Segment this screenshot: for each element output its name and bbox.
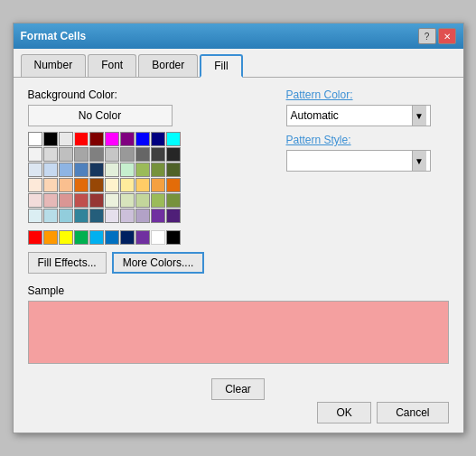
sample-section: Sample (28, 284, 449, 364)
color-cell[interactable] (28, 193, 42, 208)
color-cell[interactable] (120, 193, 135, 208)
color-cell[interactable] (166, 193, 181, 208)
color-cell[interactable] (120, 147, 135, 162)
color-cell[interactable] (151, 209, 165, 223)
color-cell[interactable] (151, 163, 165, 177)
color-cell[interactable] (43, 147, 58, 162)
color-cell[interactable] (135, 209, 150, 223)
color-cell[interactable] (43, 209, 58, 223)
pattern-style-label[interactable]: Pattern Style: (286, 134, 449, 146)
tab-fill[interactable]: Fill (200, 54, 242, 78)
dialog-title: Format Cells (21, 30, 87, 42)
color-cell[interactable] (74, 209, 89, 223)
color-cell[interactable] (43, 178, 58, 192)
color-cell[interactable] (89, 178, 104, 192)
color-cell[interactable] (59, 178, 73, 192)
color-cell[interactable] (89, 132, 104, 146)
pattern-color-dropdown[interactable]: Automatic ▼ (286, 105, 431, 126)
color-cell[interactable] (74, 132, 89, 146)
color-cell[interactable] (28, 163, 42, 177)
color-cell[interactable] (120, 230, 135, 245)
color-cell[interactable] (59, 209, 73, 223)
tab-border[interactable]: Border (138, 54, 198, 77)
help-button[interactable]: ? (418, 28, 436, 44)
color-cell[interactable] (89, 193, 104, 208)
color-cell[interactable] (74, 230, 89, 245)
color-cell[interactable] (43, 132, 58, 146)
color-cell[interactable] (120, 163, 135, 177)
color-cell[interactable] (74, 193, 89, 208)
color-cell[interactable] (135, 147, 150, 162)
color-cell[interactable] (43, 230, 58, 245)
color-cell[interactable] (28, 147, 42, 162)
tab-bar: Number Font Border Fill (14, 49, 463, 78)
color-row-5 (28, 193, 268, 208)
pattern-style-dropdown[interactable]: ▼ (286, 150, 431, 172)
sample-box (28, 301, 449, 364)
color-cell[interactable] (28, 132, 42, 146)
color-cell[interactable] (151, 178, 165, 192)
color-cell[interactable] (74, 147, 89, 162)
color-cell[interactable] (74, 163, 89, 177)
pattern-style-arrow[interactable]: ▼ (412, 151, 426, 171)
color-cell[interactable] (59, 147, 73, 162)
color-cell[interactable] (120, 132, 135, 146)
color-cell[interactable] (105, 193, 119, 208)
color-cell[interactable] (151, 193, 165, 208)
color-cell[interactable] (151, 230, 165, 245)
color-cell[interactable] (43, 193, 58, 208)
color-cell[interactable] (89, 209, 104, 223)
color-cell[interactable] (135, 193, 150, 208)
color-cell[interactable] (135, 178, 150, 192)
color-cell[interactable] (59, 193, 73, 208)
no-color-button[interactable]: No Color (28, 105, 173, 126)
color-cell[interactable] (89, 163, 104, 177)
color-cell[interactable] (135, 163, 150, 177)
fill-effects-button[interactable]: Fill Effects... (28, 252, 107, 274)
ok-button[interactable]: OK (317, 402, 371, 423)
color-cell[interactable] (105, 178, 119, 192)
color-cell[interactable] (166, 230, 181, 245)
title-bar: Format Cells ? ✕ (14, 23, 463, 49)
color-cell[interactable] (120, 209, 135, 223)
color-cell[interactable] (59, 230, 73, 245)
bg-color-panel: Background Color: No Color (28, 88, 268, 274)
close-button[interactable]: ✕ (438, 28, 456, 44)
color-cell[interactable] (135, 132, 150, 146)
color-cell[interactable] (105, 163, 119, 177)
color-cell[interactable] (89, 147, 104, 162)
tab-font[interactable]: Font (88, 54, 136, 77)
color-cell[interactable] (59, 163, 73, 177)
cancel-button[interactable]: Cancel (377, 402, 448, 423)
color-cell[interactable] (166, 163, 181, 177)
color-cell[interactable] (28, 209, 42, 223)
color-cell[interactable] (59, 132, 73, 146)
color-cell[interactable] (43, 163, 58, 177)
color-cell[interactable] (105, 209, 119, 223)
sample-label: Sample (28, 284, 449, 297)
color-cell[interactable] (166, 147, 181, 162)
more-colors-button[interactable]: More Colors.... (112, 252, 205, 274)
color-cell[interactable] (135, 230, 150, 245)
color-cell[interactable] (28, 178, 42, 192)
color-cell[interactable] (105, 147, 119, 162)
color-cell[interactable] (151, 147, 165, 162)
color-cell[interactable] (28, 230, 42, 245)
color-cell[interactable] (166, 132, 181, 146)
bg-color-label: Background Color: (28, 88, 268, 101)
color-grid (28, 132, 268, 223)
clear-button[interactable]: Clear (211, 378, 265, 400)
color-cell[interactable] (151, 132, 165, 146)
tab-number[interactable]: Number (21, 54, 87, 77)
color-cell[interactable] (105, 230, 119, 245)
color-cell[interactable] (166, 178, 181, 192)
color-row-6 (28, 209, 268, 223)
color-cell[interactable] (89, 230, 104, 245)
pattern-color-arrow[interactable]: ▼ (412, 106, 426, 126)
main-section-row: Background Color: No Color (28, 88, 449, 274)
pattern-color-label[interactable]: Pattern Color: (286, 88, 449, 101)
color-cell[interactable] (74, 178, 89, 192)
color-cell[interactable] (105, 132, 119, 146)
color-cell[interactable] (120, 178, 135, 192)
color-cell[interactable] (166, 209, 181, 223)
